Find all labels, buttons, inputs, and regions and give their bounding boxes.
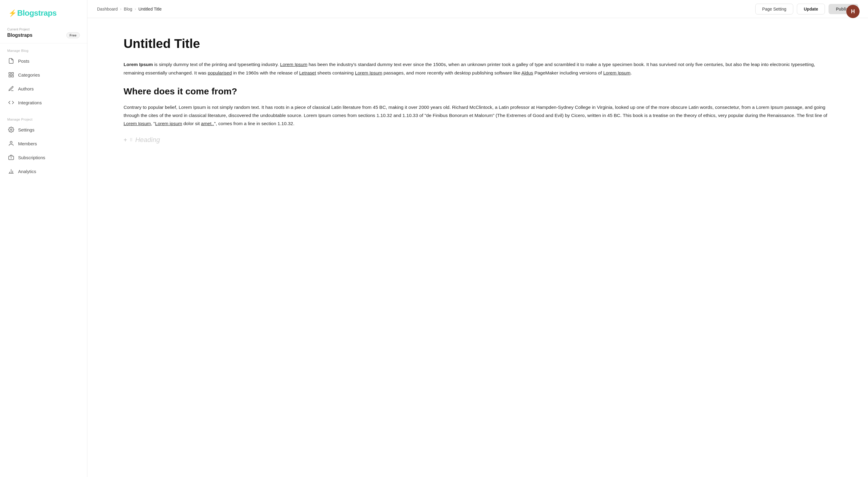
amet-link: amet.. xyxy=(201,121,214,126)
aldus-link: Aldus xyxy=(521,70,533,76)
section-heading: Where does it come from? xyxy=(124,85,832,97)
popularised-link: popularised xyxy=(208,70,232,76)
authors-label: Authors xyxy=(18,86,34,91)
breadcrumb-dashboard[interactable]: Dashboard xyxy=(97,7,118,11)
topbar-actions: Page Setting Update Publish xyxy=(755,4,858,14)
letraset-link: Letraset xyxy=(299,70,316,76)
breadcrumb-blog[interactable]: Blog xyxy=(124,7,132,11)
drag-handle[interactable]: ⠿ xyxy=(130,138,133,142)
logo: ⚡ Blogstraps xyxy=(0,0,87,24)
current-project-label: Current Project xyxy=(7,27,80,31)
breadcrumb: Dashboard › Blog › Untitled Title xyxy=(97,7,161,11)
page-setting-button[interactable]: Page Setting xyxy=(755,4,793,14)
person-icon xyxy=(8,140,14,147)
logo-text: Blogstraps xyxy=(17,8,57,18)
project-section: Current Project Blogstraps Free xyxy=(0,24,87,43)
lorem-ipsum-bold-1: Lorem Ipsum xyxy=(124,62,153,67)
free-badge: Free xyxy=(66,32,80,38)
paragraph-2: Contrary to popular belief, Lorem Ipsum … xyxy=(124,103,832,127)
sidebar-item-subscriptions[interactable]: Subscriptions xyxy=(4,151,84,164)
svg-rect-2 xyxy=(12,76,13,77)
heading-placeholder-row[interactable]: + ⠿ Heading xyxy=(124,136,832,144)
code-icon xyxy=(8,99,14,106)
sidebar-item-authors[interactable]: Authors xyxy=(4,82,84,95)
sidebar-item-settings[interactable]: Settings xyxy=(4,123,84,136)
svg-rect-3 xyxy=(9,76,11,77)
lorem-ipsum-link-1: Lorem Ipsum xyxy=(280,62,307,67)
sidebar: ⚡ Blogstraps Current Project Blogstraps … xyxy=(0,0,87,477)
sidebar-item-posts[interactable]: Posts xyxy=(4,54,84,67)
breadcrumb-sep-2: › xyxy=(135,7,136,11)
lorem-ipsum-link-3: Lorem Ipsum xyxy=(603,70,630,76)
update-button[interactable]: Update xyxy=(797,4,825,14)
svg-rect-0 xyxy=(9,73,11,74)
manage-blog-label: Manage Blog xyxy=(4,49,84,53)
sidebar-item-categories[interactable]: Categories xyxy=(4,68,84,81)
logo-icon: ⚡ xyxy=(8,9,17,17)
lorem-ipsum-link-5: Lorem ipsum xyxy=(155,121,182,126)
manage-project-nav: Manage Project Settings Members Subscrip… xyxy=(0,112,87,181)
svg-point-4 xyxy=(10,129,12,130)
topbar: Dashboard › Blog › Untitled Title Page S… xyxy=(87,0,868,18)
pencil-icon xyxy=(8,85,14,92)
sidebar-item-members[interactable]: Members xyxy=(4,137,84,150)
gear-icon xyxy=(8,126,14,133)
breadcrumb-sep-1: › xyxy=(120,7,121,11)
project-name: Blogstraps xyxy=(7,33,33,38)
svg-point-5 xyxy=(10,141,12,144)
file-icon xyxy=(8,58,14,64)
subscriptions-label: Subscriptions xyxy=(18,155,45,160)
breadcrumb-current: Untitled Title xyxy=(138,7,161,11)
editor-area[interactable]: Untitled Title Lorem Ipsum is simply dum… xyxy=(87,18,868,477)
lorem-ipsum-link-2: Lorem Ipsum xyxy=(355,70,382,76)
svg-rect-1 xyxy=(12,73,13,74)
main-content: Dashboard › Blog › Untitled Title Page S… xyxy=(87,0,868,477)
manage-project-label: Manage Project xyxy=(4,118,84,121)
grid-icon xyxy=(8,71,14,78)
sidebar-item-integrations[interactable]: Integrations xyxy=(4,96,84,109)
members-label: Members xyxy=(18,141,37,146)
user-avatar[interactable]: H xyxy=(846,5,860,18)
document-title[interactable]: Untitled Title xyxy=(124,36,832,51)
chart-icon xyxy=(8,168,14,175)
analytics-label: Analytics xyxy=(18,169,36,174)
posts-label: Posts xyxy=(18,59,30,64)
paragraph-1: Lorem Ipsum is simply dummy text of the … xyxy=(124,60,832,77)
layers-icon xyxy=(8,154,14,161)
lorem-ipsum-link-4: Lorem Ipsum xyxy=(124,121,151,126)
integrations-label: Integrations xyxy=(18,100,41,105)
sidebar-item-analytics[interactable]: Analytics xyxy=(4,165,84,178)
heading-placeholder[interactable]: Heading xyxy=(135,136,160,144)
manage-blog-nav: Manage Blog Posts Categories Authors Int… xyxy=(0,43,87,112)
settings-label: Settings xyxy=(18,127,34,132)
categories-label: Categories xyxy=(18,72,40,78)
add-block-button[interactable]: + xyxy=(124,137,127,144)
